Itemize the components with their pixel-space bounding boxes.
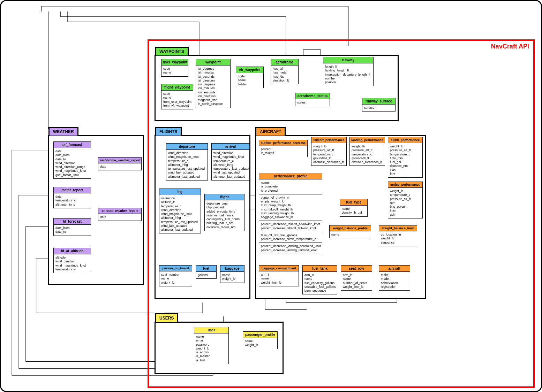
entity-flight: flight departure_time bhp_percent added_… xyxy=(204,194,244,231)
entity-aircraft: aircraft make model abbreviation registr… xyxy=(379,265,410,291)
module-users: USERS user name email password weight_lb… xyxy=(155,322,284,374)
entity-aerodrome-status: aerodrome_status status xyxy=(295,93,330,106)
entity-fuel-tank: fuel_tank arm_in name fuel_capacity_gall… xyxy=(302,265,337,294)
entity-fuel: fuel gallons xyxy=(196,265,217,279)
entity-cruise-performance: cruise_performance weight_lb temperature… xyxy=(388,182,423,218)
entity-passenger-profile: passenger_profile name weight_lb xyxy=(243,331,278,349)
entity-flight-waypoint: flight_waypoint code name from_user_wayp… xyxy=(161,84,193,109)
entity-waypoint: waypoint lat_degrees lat_minutes lat_sec… xyxy=(196,59,231,108)
entity-fuel-type: fuel_type name density_lb_gal xyxy=(340,199,368,217)
entity-surface-performance-decrease: surface_performance_decrease percent is_… xyxy=(259,140,308,157)
diagram-canvas: NavCraft API WAYPOINTS user_waypoint cod… xyxy=(0,0,542,392)
entity-runway: runway length_ft landing_length_ft inter… xyxy=(323,57,374,86)
module-waypoints: WAYPOINTS user_waypoint code name flight… xyxy=(155,55,399,121)
entity-taf-forecast: taf_forecast date date_from date_to wind… xyxy=(53,141,91,179)
entity-takeoff-performance: takeoff_performance weight_lb pressure_a… xyxy=(311,137,347,166)
entity-weight-balance-profile: weight_balance_profile name xyxy=(329,225,371,238)
entity-user-waypoint: user_waypoint code name xyxy=(161,59,188,77)
entity-climb-performance: climb_performance weight_lb pressure_alt… xyxy=(388,137,423,178)
entity-baggage-compartment: baggage_compartment arm_in name weight_l… xyxy=(259,265,299,286)
entity-aerodrome: aerodrome has_taf has_metar has_fds elev… xyxy=(271,59,299,84)
entity-person-on-board: person_on_board seat_number name weight_… xyxy=(159,265,192,286)
entity-leg: leg sequence altitude_ft temperature_c w… xyxy=(159,189,201,233)
module-aircraft-title: AIRCRAFT xyxy=(255,127,286,136)
module-waypoints-title: WAYPOINTS xyxy=(155,47,189,55)
entity-departure: departure wind_direction wind_magnitude_… xyxy=(166,143,208,180)
module-users-title: USERS xyxy=(155,313,178,322)
entity-landing-performance: landing_performance weight_lb pressure_a… xyxy=(349,137,385,166)
entity-metar-report: metar_report date temperature_c altimete… xyxy=(53,187,91,208)
module-flights-title: FLIGHTS xyxy=(155,127,182,136)
module-weather-title: WEATHER xyxy=(48,127,78,136)
entity-runway-surface: runway_surface surface xyxy=(362,98,396,112)
module-aircraft: AIRCRAFT surface_performance_decrease pe… xyxy=(255,135,426,299)
entity-vfr-waypoint: vfr_waypoint code name hidden xyxy=(236,67,264,88)
entity-fd-at-altitude: fd_at_altitude altitude wind_direction w… xyxy=(53,248,91,273)
entity-enroute-weather-report: enroute_weather_report date xyxy=(98,208,142,221)
entity-seat-row: seat_row arm_in name number_of_seats wei… xyxy=(341,265,372,291)
entity-arrival: arrival wind_direction wind_magnitude_kn… xyxy=(211,143,250,180)
module-flights: FLIGHTS departure wind_direction wind_ma… xyxy=(155,135,250,299)
entity-weight-balance-limit: weight_balance_limit cg_location_in weig… xyxy=(379,225,417,246)
entity-fd-forecast: fd_forecast date_from date_to xyxy=(53,218,91,236)
api-title: NavCraft API xyxy=(491,43,529,50)
entity-user: user name email password weight_lb is_ad… xyxy=(194,327,229,364)
entity-performance-profile: performance_profile name is_complete is_… xyxy=(259,173,322,254)
module-weather: WEATHER taf_forecast date date_from date… xyxy=(48,135,144,285)
entity-baggage: baggage name weight_lb xyxy=(220,265,244,283)
entity-aerodrome-weather-report: aerodrome_weather_report date xyxy=(98,157,142,170)
